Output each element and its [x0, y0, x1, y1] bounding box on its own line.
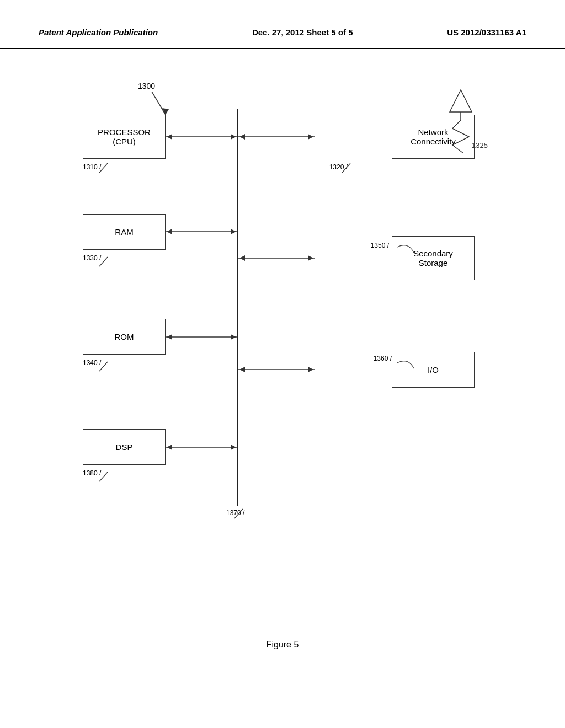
- label-1300: 1300: [138, 82, 155, 90]
- svg-marker-18: [239, 255, 245, 261]
- processor-label: PROCESSOR(CPU): [98, 127, 151, 146]
- figure-caption: Figure 5: [266, 640, 299, 650]
- label-1320: 1320 /: [329, 163, 348, 171]
- processor-box: PROCESSOR(CPU): [83, 115, 166, 159]
- svg-marker-12: [167, 445, 172, 450]
- figure-area: 1300 PROCESSOR(CPU) 1310 / RAM 1330 / RO…: [0, 49, 565, 683]
- svg-line-0: [152, 92, 166, 115]
- label-1350: 1350 /: [371, 242, 389, 249]
- date-sheet-label: Dec. 27, 2012 Sheet 5 of 5: [252, 28, 353, 37]
- secondary-storage-box: SecondaryStorage: [392, 236, 475, 280]
- label-1340: 1340 /: [83, 359, 101, 367]
- svg-marker-23: [450, 90, 472, 112]
- svg-marker-16: [308, 134, 313, 140]
- io-label: I/O: [428, 365, 439, 374]
- network-box: NetworkConnectivity: [392, 115, 475, 159]
- page: Patent Application Publication Dec. 27, …: [0, 0, 565, 728]
- svg-marker-6: [167, 229, 172, 234]
- rom-label: ROM: [115, 332, 134, 341]
- bus-line: [237, 109, 238, 506]
- secondary-label: SecondaryStorage: [413, 249, 453, 267]
- dsp-label: DSP: [116, 442, 133, 452]
- label-1380: 1380 /: [83, 469, 101, 477]
- svg-marker-13: [231, 445, 236, 450]
- label-1360: 1360 /: [374, 355, 392, 362]
- svg-marker-21: [239, 367, 245, 372]
- label-1310: 1310 /: [83, 163, 101, 171]
- label-1370: 1370 /: [226, 509, 244, 517]
- rom-box: ROM: [83, 319, 166, 355]
- svg-marker-9: [167, 334, 172, 340]
- ram-label: RAM: [115, 227, 133, 237]
- svg-marker-19: [308, 255, 313, 261]
- dsp-box: DSP: [83, 429, 166, 465]
- svg-marker-1: [162, 108, 169, 115]
- svg-marker-7: [231, 229, 236, 234]
- io-box: I/O: [392, 352, 475, 388]
- header: Patent Application Publication Dec. 27, …: [0, 0, 565, 49]
- svg-marker-22: [308, 367, 313, 372]
- svg-marker-15: [239, 134, 245, 140]
- svg-marker-4: [231, 134, 236, 140]
- svg-marker-10: [231, 334, 236, 340]
- label-1330: 1330 /: [83, 254, 101, 262]
- network-label: NetworkConnectivity: [411, 127, 456, 146]
- svg-marker-3: [167, 134, 172, 140]
- ram-box: RAM: [83, 214, 166, 250]
- publication-label: Patent Application Publication: [39, 28, 158, 37]
- diagram: 1300 PROCESSOR(CPU) 1310 / RAM 1330 / RO…: [44, 82, 519, 622]
- patent-number-label: US 2012/0331163 A1: [447, 28, 526, 37]
